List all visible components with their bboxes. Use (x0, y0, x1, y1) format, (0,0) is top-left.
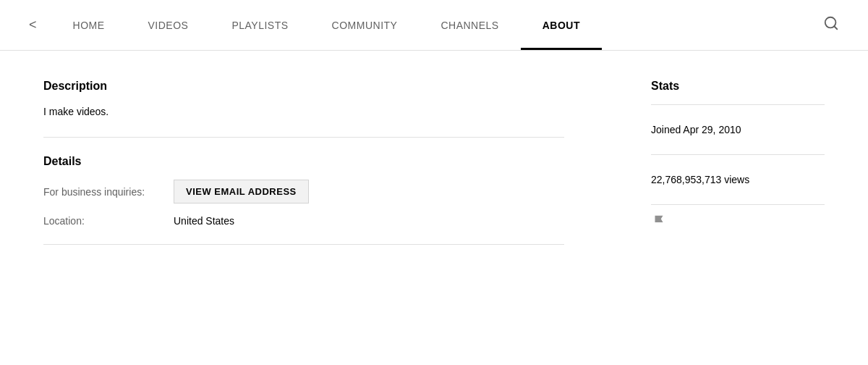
section-divider (43, 137, 564, 138)
tab-home[interactable]: HOME (51, 0, 127, 50)
description-text: I make videos. (43, 104, 564, 119)
tab-community[interactable]: COMMUNITY (310, 0, 420, 50)
location-row: Location: United States (43, 215, 564, 227)
tab-about[interactable]: ABOUT (521, 0, 602, 50)
location-label: Location: (43, 215, 174, 227)
right-panel: Stats Joined Apr 29, 2010 22,768,953,713… (608, 80, 825, 245)
stats-divider-2 (651, 154, 825, 155)
search-icon[interactable] (809, 15, 854, 35)
views-stat: 22,768,953,713 views (651, 164, 825, 196)
flag-button[interactable] (651, 214, 825, 232)
tab-videos[interactable]: VIDEOS (127, 0, 210, 50)
back-button[interactable]: < (14, 17, 51, 33)
svg-line-1 (834, 26, 837, 29)
business-row: For business inquiries: VIEW EMAIL ADDRE… (43, 180, 564, 204)
tab-channels[interactable]: CHANNELS (419, 0, 520, 50)
stats-divider-3 (651, 204, 825, 205)
joined-stat: Joined Apr 29, 2010 (651, 114, 825, 146)
stats-title: Stats (651, 80, 825, 93)
left-panel: Description I make videos. Details For b… (43, 80, 608, 245)
details-title: Details (43, 155, 564, 168)
view-email-button[interactable]: VIEW EMAIL ADDRESS (174, 180, 309, 204)
bottom-divider (43, 244, 564, 245)
nav-bar: < HOME VIDEOS PLAYLISTS COMMUNITY CHANNE… (0, 0, 868, 51)
description-title: Description (43, 80, 564, 93)
main-content: Description I make videos. Details For b… (0, 51, 868, 274)
stats-divider (651, 104, 825, 105)
location-value: United States (174, 215, 234, 227)
tab-playlists[interactable]: PLAYLISTS (210, 0, 310, 50)
nav-tabs: HOME VIDEOS PLAYLISTS COMMUNITY CHANNELS… (51, 0, 809, 50)
business-label: For business inquiries: (43, 186, 174, 198)
